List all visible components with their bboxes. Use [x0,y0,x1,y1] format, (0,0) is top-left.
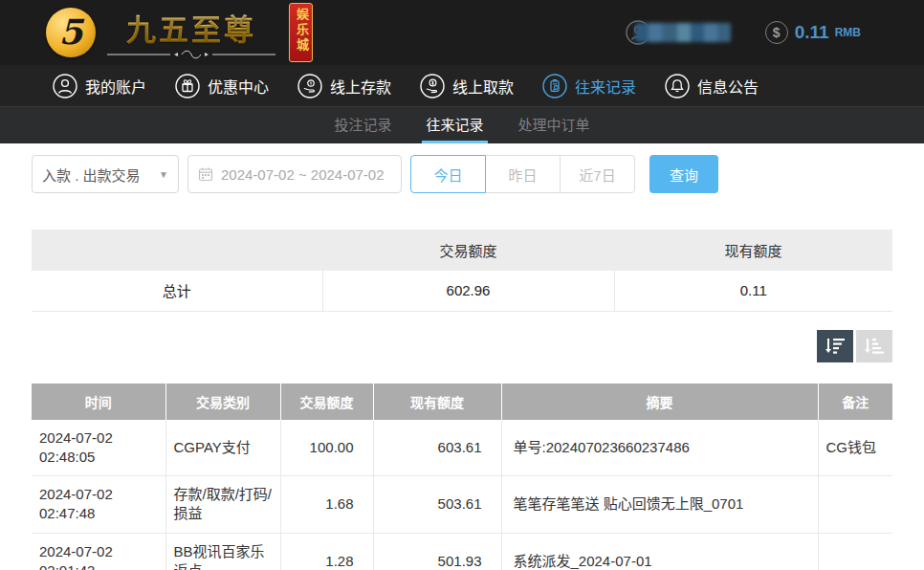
deposit-icon [297,74,322,99]
flourish-ornament [105,50,277,59]
user-icon [53,74,77,99]
tab-betting-records[interactable]: 投注记录 [330,107,395,143]
nav-item-announcements[interactable]: 信息公告 [665,74,759,99]
col-header-current-balance: 现有额度 [373,384,501,420]
balance-display: $ 0.11 RMB [765,21,861,44]
nav-label: 往来记录 [575,75,636,98]
tab-transaction-records[interactable]: 往来记录 [422,107,487,143]
table-row: 2024-07-02 02:47:48 存款/取款/打码/损益 1.68 503… [32,476,892,534]
search-button[interactable]: 查询 [649,155,718,193]
nav-item-transaction-records[interactable]: 往来记录 [542,74,636,99]
remark-cell [818,476,892,534]
nav-item-deposit[interactable]: 线上存款 [297,74,391,99]
table-row: 2024-07-02 02:48:05 CGPAY支付 100.00 603.6… [32,420,892,476]
sub-navigation: 投注记录 往来记录 处理中订单 [0,107,924,143]
censored-username [635,23,731,42]
sort-descending-button[interactable] [817,330,853,362]
bell-icon [665,74,690,99]
time-cell: 2024-07-02 02:47:48 [32,476,165,534]
sort-ascending-button[interactable] [856,330,892,362]
nav-label: 我的账户 [85,75,146,98]
summary-total-row: 总计 602.96 0.11 [32,271,892,311]
logo-glyph: 5 [58,14,82,49]
tab-pending-orders[interactable]: 处理中订单 [515,107,594,143]
withdraw-icon [420,74,445,99]
summary-header-empty [32,230,322,271]
records-table: 时间 交易类别 交易额度 现有额度 摘要 备注 2024-07-02 02:48… [32,384,892,570]
summary-total-label: 总计 [32,271,322,311]
main-navigation: 我的账户 优惠中心 线上存款 线上取款 [0,65,924,107]
type-cell: CGPAY支付 [165,420,280,476]
nav-item-my-account[interactable]: 我的账户 [53,74,146,99]
balance-cell: 603.61 [373,420,501,476]
nav-item-promotions[interactable]: 优惠中心 [175,74,269,99]
table-row: 2024-07-02 02:01:43 BB视讯百家乐返点 1.28 501.9… [32,533,892,570]
chevron-down-icon: ▼ [159,169,168,180]
select-value: 入款 . 出款交易 [42,164,141,185]
date-range-input[interactable]: 2024-07-02 ~ 2024-07-02 [187,155,402,193]
balance-currency: RMB [835,26,861,39]
amount-cell: 1.68 [280,476,373,534]
nav-item-withdraw[interactable]: 线上取款 [420,74,514,99]
main-content: 入款 . 出款交易 ▼ 2024-07-02 ~ 2024-07-02 今日 昨… [0,155,924,570]
summary-header-transaction-amount: 交易额度 [322,230,614,271]
summary-header-current-balance: 现有额度 [614,230,892,271]
type-cell: 存款/取款/打码/损益 [165,476,280,534]
dollar-icon: $ [765,21,788,44]
gift-icon [175,74,200,99]
balance-cell: 501.93 [373,533,501,570]
col-header-type: 交易类别 [165,384,280,420]
balance-cell: 503.61 [373,476,501,534]
today-button[interactable]: 今日 [410,155,486,193]
nav-label: 线上存款 [330,75,391,98]
transaction-type-select[interactable]: 入款 . 出款交易 ▼ [32,155,179,193]
logo-circle-icon: 5 [46,8,96,57]
col-header-transaction-amount: 交易额度 [280,384,373,420]
summary-cell: 单号:202407023660237486 [501,420,818,476]
logo-badge: 娱乐城 [289,3,313,62]
sort-descending-icon [825,337,846,356]
time-cell: 2024-07-02 02:01:43 [32,533,165,570]
remark-cell [818,533,892,570]
sort-controls [32,330,892,362]
date-range-value: 2024-07-02 ~ 2024-07-02 [221,166,385,183]
records-header-row: 时间 交易类别 交易额度 现有额度 摘要 备注 [32,384,892,420]
amount-cell: 1.28 [280,533,373,570]
last7days-button[interactable]: 近7日 [560,155,635,193]
time-cell: 2024-07-02 02:48:05 [32,420,165,476]
account-area: $ 0.11 RMB [626,19,861,46]
col-header-summary: 摘要 [501,384,818,420]
site-title: 九五至尊 [126,6,256,49]
quick-date-group: 今日 昨日 近7日 [410,155,635,193]
col-header-remark: 备注 [818,384,892,420]
summary-cell: 笔笔存笔笔送 贴心回馈无上限_0701 [501,476,818,534]
yesterday-button[interactable]: 昨日 [485,155,561,193]
summary-table: 交易额度 现有额度 总计 602.96 0.11 [32,230,892,312]
nav-label: 线上取款 [452,75,514,98]
summary-current-balance: 0.11 [614,271,892,311]
calendar-icon [198,166,213,182]
summary-header-row: 交易额度 现有额度 [32,230,892,271]
col-header-time: 时间 [32,384,165,420]
filter-bar: 入款 . 出款交易 ▼ 2024-07-02 ~ 2024-07-02 今日 昨… [32,155,892,193]
sort-ascending-icon [864,337,885,356]
amount-cell: 100.00 [280,420,373,476]
site-logo[interactable]: 5 九五至尊 娱乐城 [46,3,313,62]
type-cell: BB视讯百家乐返点 [165,533,280,570]
remark-cell: CG钱包 [818,420,892,476]
records-icon [542,74,567,99]
summary-cell: 系统派发_2024-07-01 [501,533,818,570]
top-header: 5 九五至尊 娱乐城 $ 0.11 RMB [0,0,924,65]
balance-amount: 0.11 [795,22,829,43]
summary-transaction-amount: 602.96 [322,271,614,311]
nav-label: 优惠中心 [208,75,269,98]
nav-label: 信息公告 [697,75,759,98]
